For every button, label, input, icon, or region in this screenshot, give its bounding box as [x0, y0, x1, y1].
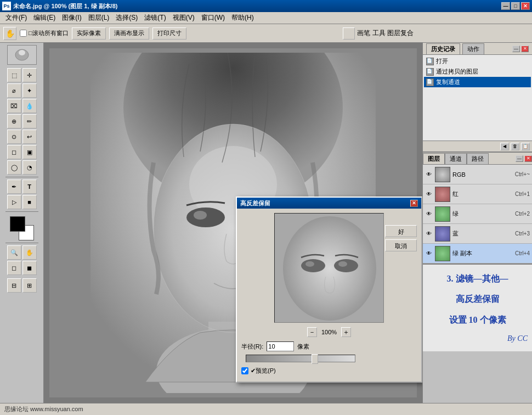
hand-tool[interactable]: ✋: [22, 245, 37, 260]
pen-tool[interactable]: ✒: [7, 180, 21, 194]
palette-btn[interactable]: [343, 27, 355, 40]
menu-view[interactable]: 视图(V): [169, 12, 198, 24]
channel-blue[interactable]: 👁 蓝 Ctrl+3: [423, 224, 532, 244]
tool-options-top: [7, 45, 37, 65]
brush-tool[interactable]: ✏: [22, 114, 37, 128]
menu-layer[interactable]: 图层(L): [85, 12, 113, 24]
shape-tool[interactable]: ■: [22, 195, 37, 209]
green-copy-label: 绿 副本: [452, 249, 513, 257]
type-tool[interactable]: T: [22, 180, 37, 194]
lasso-tool[interactable]: ⌀: [7, 83, 21, 98]
minimize-button[interactable]: —: [501, 2, 510, 10]
tool-separator-2: [5, 211, 38, 212]
status-bar: 思缘论坛 www.missyuan.com: [0, 403, 532, 415]
options-toolbar: ✋ □滚动所有窗口 实际像素 满画布显示 打印尺寸 画笔 工具 图层复合: [0, 24, 532, 43]
radius-input[interactable]: [267, 341, 294, 351]
radius-unit: 像素: [297, 343, 309, 351]
menu-file[interactable]: 文件(F): [2, 12, 30, 24]
path-selection-tool[interactable]: ▷: [7, 195, 21, 209]
radius-slider[interactable]: [246, 355, 355, 362]
clone-tool[interactable]: ⊙: [7, 130, 21, 144]
history-item-copy-layer[interactable]: 📄 通过拷贝的图层: [424, 66, 531, 77]
maximize-button[interactable]: □: [511, 2, 520, 10]
channel-green[interactable]: 👁 绿 Ctrl+2: [423, 204, 532, 224]
screen-mode-btn[interactable]: ⊟: [7, 278, 21, 293]
tool-row-mode: 🔍 ✋: [7, 245, 37, 260]
history-panel-close[interactable]: ✕: [521, 46, 529, 52]
history-icon-dup: 📄: [426, 78, 434, 86]
channel-rgb[interactable]: 👁 RGB Ctrl+~: [423, 165, 532, 184]
zoom-out-btn[interactable]: －: [307, 327, 317, 337]
menu-window[interactable]: 窗口(W): [198, 12, 228, 24]
cancel-button[interactable]: 取消: [385, 239, 417, 251]
channels-panel: 图层 通道 路径 — ✕ 👁 RGB Ctrl+~ 👁 红 Ctrl+1: [423, 153, 532, 403]
history-item-open[interactable]: 📄 打开: [424, 56, 531, 66]
crop-tool[interactable]: ⌧: [7, 99, 21, 113]
title-bar: Ps 未命名.jpg @ 100% (图层 1, 绿 副本/8) — □ ✕: [0, 0, 532, 12]
print-size-btn[interactable]: 打印尺寸: [152, 27, 186, 40]
rgb-shortcut: Ctrl+~: [515, 171, 530, 177]
history-new-snapshot-btn[interactable]: ◀: [500, 143, 509, 150]
history-panel-header: 历史记录 动作 — ✕: [423, 43, 532, 55]
quickmask-mode[interactable]: ◼: [22, 261, 37, 275]
preview-checkbox-row: ✔预览(P): [241, 367, 417, 375]
history-item-dup-channel[interactable]: 📄 复制通道: [424, 77, 531, 87]
menu-image[interactable]: 图像(I): [59, 12, 84, 24]
dialog-close-btn[interactable]: ✕: [410, 200, 418, 207]
actual-pixels-btn[interactable]: 实际像素: [72, 27, 106, 40]
tab-channels[interactable]: 通道: [445, 153, 467, 164]
tool-row-extra: ◻ ◼: [7, 261, 37, 275]
eraser-tool[interactable]: ◻: [7, 145, 21, 159]
channels-panel-minimize[interactable]: —: [516, 155, 523, 162]
tool-pointer[interactable]: ✋: [3, 27, 16, 40]
menu-edit[interactable]: 编辑(E): [30, 12, 59, 24]
zoom-in-btn[interactable]: ＋: [341, 327, 351, 337]
extras-btn[interactable]: ⊞: [22, 278, 37, 293]
blur-tool[interactable]: ◯: [7, 160, 21, 175]
ok-button[interactable]: 好: [385, 225, 417, 237]
fit-screen-btn[interactable]: 满画布显示: [109, 27, 149, 40]
rgb-visibility[interactable]: 👁: [425, 171, 433, 178]
red-visibility[interactable]: 👁: [425, 190, 433, 198]
tab-paths[interactable]: 路径: [467, 153, 489, 164]
gradient-tool[interactable]: ▣: [22, 145, 37, 159]
channel-red[interactable]: 👁 红 Ctrl+1: [423, 184, 532, 204]
close-button[interactable]: ✕: [521, 2, 530, 10]
standard-mode[interactable]: ◻: [7, 261, 21, 275]
healing-tool[interactable]: ⊕: [7, 114, 21, 128]
history-brush-tool[interactable]: ↩: [22, 130, 37, 144]
magic-wand-tool[interactable]: ✦: [22, 83, 37, 98]
menu-help[interactable]: 帮助(H): [228, 12, 257, 24]
annotation-line2: 高反差保留: [427, 293, 528, 305]
scroll-all-windows[interactable]: □滚动所有窗口: [20, 29, 69, 37]
burn-tool[interactable]: ◔: [22, 160, 37, 175]
scroll-checkbox[interactable]: [20, 30, 27, 37]
slider-thumb[interactable]: [312, 354, 318, 364]
history-list: 📄 打开 📄 通过拷贝的图层 📄 复制通道: [423, 55, 532, 141]
move-tool[interactable]: ✛: [22, 68, 37, 82]
menu-select[interactable]: 选择(S): [112, 12, 141, 24]
dialog-titlebar: 高反差保留 ✕: [237, 198, 421, 209]
actions-tab[interactable]: 动作: [462, 43, 484, 54]
blue-visibility[interactable]: 👁: [425, 230, 433, 238]
channels-panel-close[interactable]: ✕: [524, 155, 532, 162]
history-new-doc-btn[interactable]: 🗑: [511, 143, 519, 150]
scroll-label: □滚动所有窗口: [29, 29, 69, 37]
zoom-tool[interactable]: 🔍: [7, 245, 21, 260]
history-panel-footer: ◀ 🗑 📋: [423, 141, 532, 152]
history-tab[interactable]: 历史记录: [426, 43, 460, 54]
menu-filter[interactable]: 滤镜(T): [141, 12, 169, 24]
tab-layers[interactable]: 图层: [423, 153, 445, 164]
preview-checkbox[interactable]: [241, 367, 248, 374]
foreground-color-swatch[interactable]: [10, 216, 25, 232]
channel-green-copy[interactable]: 👁 绿 副本 Ctrl+4: [423, 244, 532, 263]
highpass-dialog: 高反差保留 ✕: [236, 197, 422, 383]
radius-label: 半径(R):: [241, 343, 263, 351]
history-panel-minimize[interactable]: —: [512, 46, 520, 52]
green-visibility[interactable]: 👁: [425, 210, 433, 218]
green-copy-visibility[interactable]: 👁: [425, 250, 433, 257]
history-delete-btn[interactable]: 📋: [521, 143, 530, 150]
annotation-line3: 设置 10 个像素: [427, 314, 528, 326]
marquee-tool[interactable]: ⬚: [7, 68, 21, 82]
eyedropper-tool[interactable]: 💧: [22, 99, 37, 113]
